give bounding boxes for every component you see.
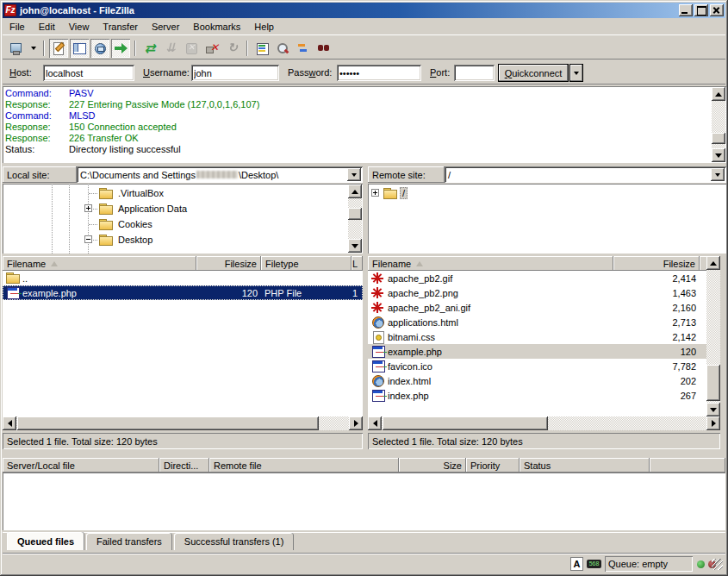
speed-limits-icon[interactable]: 568 xyxy=(587,560,601,568)
filter-button[interactable] xyxy=(252,39,271,58)
column-header-l[interactable]: L xyxy=(352,256,363,271)
remote-site-dropdown[interactable] xyxy=(711,168,725,181)
queue-body[interactable] xyxy=(3,473,725,530)
file-row-apache-pb2-png[interactable]: apache_pb2.png1,463 xyxy=(368,285,706,300)
local-status: Selected 1 file. Total size: 120 bytes xyxy=(3,433,363,449)
scrollbar-thumb[interactable] xyxy=(706,365,720,401)
tab-successful-transfers-1[interactable]: Successful transfers (1) xyxy=(174,533,295,550)
scrollbar-thumb[interactable] xyxy=(712,133,725,144)
scroll-down-button[interactable] xyxy=(712,148,725,162)
file-row-apache-pb2-gif[interactable]: apache_pb2.gif2,414 xyxy=(368,271,706,285)
scrollbar-thumb[interactable] xyxy=(17,416,319,430)
disconnect-button[interactable] xyxy=(202,39,221,58)
username-input[interactable] xyxy=(191,65,279,81)
toggle-transfer-queue-button[interactable] xyxy=(111,39,130,58)
scroll-down-button[interactable] xyxy=(348,239,362,253)
file-row-bitnami-css[interactable]: bitnami.css2,142 xyxy=(368,329,706,344)
resize-grip[interactable] xyxy=(712,559,723,570)
remote-list-vscrollbar[interactable] xyxy=(706,256,720,416)
log-scrollbar[interactable] xyxy=(712,87,725,162)
menu-item-transfer[interactable]: Transfer xyxy=(96,20,145,34)
filter-icon xyxy=(255,41,269,55)
tree-connector xyxy=(89,224,97,225)
file-name: bitnami.css xyxy=(388,332,435,342)
queue-column-blank[interactable] xyxy=(650,458,725,473)
queue-column-priority[interactable]: Priority xyxy=(466,458,520,473)
toggle-remote-tree-button[interactable] xyxy=(90,39,109,58)
toggle-local-tree-button[interactable] xyxy=(70,39,89,58)
menu-item-edit[interactable]: Edit xyxy=(32,20,62,34)
column-header-filename[interactable]: Filename xyxy=(3,256,196,271)
minimize-button[interactable] xyxy=(679,4,693,16)
local-tree-scrollbar[interactable] xyxy=(348,185,362,253)
queue-column-directi[interactable]: Directi... xyxy=(159,458,209,473)
scroll-left-button[interactable] xyxy=(368,416,382,430)
find-files-button[interactable] xyxy=(314,39,333,58)
title-bar[interactable]: Fz john@localhost - FileZilla xyxy=(3,3,725,18)
file-row-index-html[interactable]: index.html202 xyxy=(368,373,706,388)
scroll-right-button[interactable] xyxy=(349,416,363,430)
local-list-hscrollbar[interactable] xyxy=(3,416,363,430)
quickconnect-button[interactable]: Quickconnect xyxy=(498,64,569,82)
scroll-up-button[interactable] xyxy=(348,185,362,198)
port-input[interactable] xyxy=(454,65,495,81)
local-site-dropdown[interactable] xyxy=(347,168,361,181)
remote-list-hscrollbar[interactable] xyxy=(368,416,720,430)
file-row-favicon-ico[interactable]: favicon.ico7,782 xyxy=(368,359,706,373)
tab-queued-files[interactable]: Queued files xyxy=(7,532,84,550)
menu-item-bookmarks[interactable]: Bookmarks xyxy=(186,20,247,34)
filename-cell: applications.html xyxy=(368,315,613,329)
tab-failed-transfers[interactable]: Failed transfers xyxy=(86,533,172,550)
file-row-example-php[interactable]: example.php120 xyxy=(368,344,706,359)
file-row-blank[interactable]: .. xyxy=(3,271,363,285)
column-header-filetype[interactable]: Filetype xyxy=(261,256,352,271)
scroll-up-button[interactable] xyxy=(706,256,720,270)
file-row-index-php[interactable]: index.php267 xyxy=(368,388,706,403)
collapse-icon[interactable] xyxy=(84,235,92,243)
scroll-left-button[interactable] xyxy=(3,416,16,430)
scroll-up-button[interactable] xyxy=(712,87,725,101)
tree-item-desktop[interactable]: Desktop xyxy=(3,232,348,247)
menu-item-view[interactable]: View xyxy=(62,20,96,34)
column-header-filename[interactable]: Filename xyxy=(368,256,613,271)
synchronized-browsing-button[interactable] xyxy=(294,39,313,58)
quickconnect-dropdown-button[interactable] xyxy=(569,64,583,82)
queue-column-status[interactable]: Status xyxy=(520,458,650,473)
menu-item-file[interactable]: File xyxy=(3,20,32,34)
file-row-example-php[interactable]: example.php120PHP File1 xyxy=(3,285,363,300)
queue-column-size[interactable]: Size xyxy=(399,458,466,473)
local-site-combo[interactable]: C:\Documents and Settings\Desktop\ xyxy=(77,166,363,183)
menu-item-help[interactable]: Help xyxy=(247,20,281,34)
tree-item-cookies[interactable]: Cookies xyxy=(3,216,348,232)
close-button[interactable] xyxy=(710,4,724,16)
menu-item-server[interactable]: Server xyxy=(145,20,186,34)
scroll-down-button[interactable] xyxy=(706,403,720,416)
scrollbar-thumb[interactable] xyxy=(348,208,362,220)
filesize-cell: 2,713 xyxy=(613,315,700,329)
queue-column-remote-file[interactable]: Remote file xyxy=(209,458,399,473)
file-row-apache-pb2-ani-gif[interactable]: apache_pb2_ani.gif2,160 xyxy=(368,300,706,315)
remote-site-combo[interactable]: / xyxy=(445,166,726,183)
tree-item-application-data[interactable]: Application Data xyxy=(3,201,348,216)
queue-column-server-local-file[interactable]: Server/Local file xyxy=(3,458,159,473)
toggle-message-log-button[interactable] xyxy=(49,39,68,58)
tree-item-root[interactable]: / xyxy=(368,185,712,201)
file-row-applications-html[interactable]: applications.html2,713 xyxy=(368,315,706,329)
column-header-filesize[interactable]: Filesize xyxy=(613,256,700,271)
tree-item-virtualbox[interactable]: .VirtualBox xyxy=(3,185,348,201)
refresh-button[interactable] xyxy=(140,39,159,58)
password-input[interactable] xyxy=(337,65,421,81)
site-manager-dropdown-button[interactable] xyxy=(28,39,39,58)
host-input[interactable] xyxy=(43,65,134,81)
scrollbar-thumb[interactable] xyxy=(383,416,548,430)
directory-comparison-button[interactable] xyxy=(273,39,292,58)
filesize-cell: 1,463 xyxy=(613,285,700,300)
data-type-indicator-icon[interactable]: A xyxy=(570,557,583,571)
maximize-button[interactable] xyxy=(694,4,708,16)
status-bar: A 568 Queue: empty xyxy=(3,553,725,573)
scroll-right-button[interactable] xyxy=(706,416,720,430)
site-manager-button[interactable] xyxy=(7,39,26,58)
expand-icon[interactable] xyxy=(84,204,92,212)
expand-icon[interactable] xyxy=(371,189,379,197)
column-header-filesize[interactable]: Filesize xyxy=(196,256,261,271)
